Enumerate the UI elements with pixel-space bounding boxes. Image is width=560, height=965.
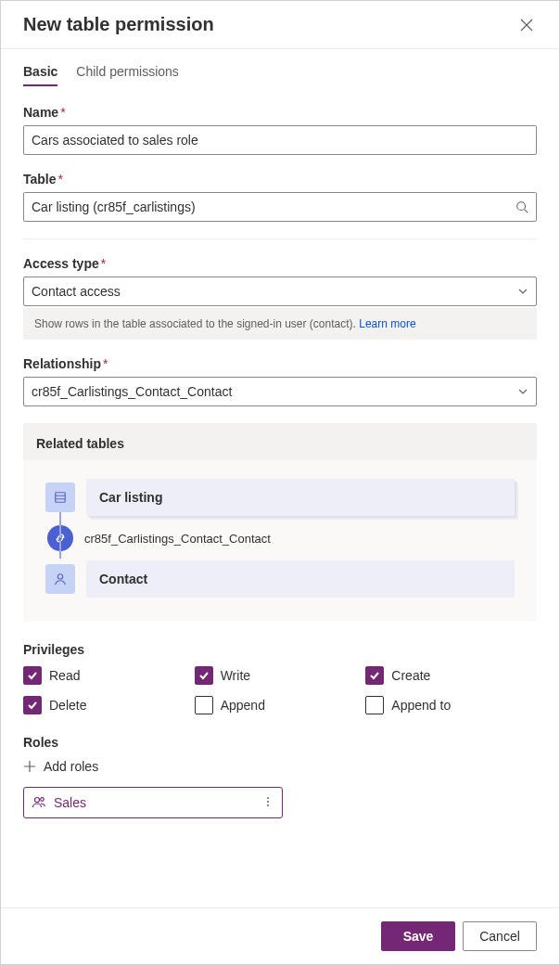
add-roles-button[interactable]: Add roles [23,755,98,778]
required-indicator: * [101,256,106,271]
svg-point-9 [267,801,269,803]
related-entity-row: Car listing [45,479,515,516]
field-relationship: Relationship* cr85f_Carlistings_Contact_… [23,356,537,406]
name-input[interactable] [23,125,537,155]
add-roles-label: Add roles [44,759,98,774]
tab-list: Basic Child permissions [23,58,537,86]
related-tables-body: Car listing cr85f_Carlistings_Contact_Co… [23,460,537,622]
divider [23,238,537,239]
person-icon [45,564,75,594]
svg-point-0 [517,202,526,211]
checkbox-label: Create [391,668,430,683]
checkbox-delete[interactable]: Delete [23,696,195,714]
checkbox-label: Append to [391,698,451,713]
table-lookup[interactable]: Car listing (cr85f_carlistings) [23,192,537,222]
dialog-header: New table permission [1,1,559,49]
access-type-info-text: Show rows in the table associated to the… [34,317,356,330]
role-more-button[interactable] [261,795,274,811]
plus-icon [23,760,36,773]
chevron-down-icon [517,386,528,397]
checkbox-append-to[interactable]: Append to [365,696,537,714]
role-name: Sales [54,795,254,810]
related-tables-heading: Related tables [23,423,537,460]
privileges-section: Privileges Read Write Create Delete [23,642,537,714]
related-relation-row: cr85f_Carlistings_Contact_Contact [45,525,515,551]
save-button[interactable]: Save [381,921,455,951]
checkbox-write[interactable]: Write [195,666,366,685]
required-indicator: * [103,356,108,371]
close-icon [520,19,533,32]
relationship-value: cr85f_Carlistings_Contact_Contact [32,384,232,399]
svg-line-1 [525,210,528,213]
roles-heading: Roles [23,735,537,750]
table-icon [45,482,75,512]
tab-basic[interactable]: Basic [23,58,57,86]
svg-point-5 [57,574,62,579]
role-chip[interactable]: Sales [23,787,283,818]
required-indicator: * [58,172,63,187]
dialog-body: Basic Child permissions Name* Table* Car… [1,49,559,907]
svg-point-7 [41,797,45,801]
learn-more-link[interactable]: Learn more [359,317,415,330]
related-relation-label: cr85f_Carlistings_Contact_Contact [84,532,271,546]
access-type-dropdown[interactable]: Contact access [23,277,537,306]
related-entity-card[interactable]: Contact [86,560,515,598]
privileges-heading: Privileges [23,642,537,657]
checkbox-label: Read [49,668,80,683]
svg-rect-2 [56,493,66,503]
access-type-value: Contact access [32,284,121,299]
dialog-panel: New table permission Basic Child permiss… [0,0,560,965]
checkbox-create[interactable]: Create [365,666,537,685]
checkbox-label: Append [221,698,265,713]
people-icon [32,794,46,812]
required-indicator: * [60,105,65,120]
roles-section: Roles Add roles Sales [23,735,537,818]
svg-point-8 [267,797,269,799]
label-table: Table [23,172,57,187]
search-icon [515,200,528,213]
more-vertical-icon [261,795,274,808]
field-name: Name* [23,105,537,155]
relationship-dropdown[interactable]: cr85f_Carlistings_Contact_Contact [23,377,537,406]
table-lookup-value: Car listing (cr85f_carlistings) [32,199,196,214]
related-entity-card[interactable]: Car listing [86,479,515,516]
dialog-footer: Save Cancel [1,907,559,964]
cancel-button[interactable]: Cancel [463,921,537,951]
checkbox-label: Delete [49,698,86,713]
privileges-grid: Read Write Create Delete Append [23,666,537,714]
label-relationship: Relationship [23,356,101,371]
field-access-type: Access type* Contact access [23,256,537,306]
checkbox-read[interactable]: Read [23,666,195,685]
access-type-info: Show rows in the table associated to the… [23,308,537,340]
label-name: Name [23,105,58,120]
checkbox-append[interactable]: Append [195,696,366,714]
svg-point-10 [267,804,269,806]
label-access-type: Access type [23,256,99,271]
chevron-down-icon [517,286,528,297]
related-tables: Related tables Car listing cr85f_Carlist… [23,423,537,622]
checkbox-label: Write [221,668,250,683]
close-button[interactable] [516,15,537,35]
dialog-title: New table permission [23,14,214,35]
svg-point-6 [35,797,40,802]
related-entity-row: Contact [45,560,515,598]
tab-child-permissions[interactable]: Child permissions [76,58,178,86]
field-table: Table* Car listing (cr85f_carlistings) [23,172,537,222]
